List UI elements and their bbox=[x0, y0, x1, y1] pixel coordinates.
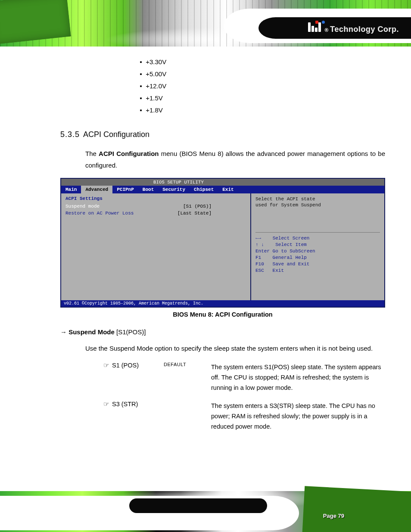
bios-body: ACPI Settings Suspend mode [S1 (POS)] Re… bbox=[61, 193, 384, 300]
setting-value: [S1 (POS)] bbox=[183, 203, 212, 210]
page-content: ▪ +3.30V ▪ +5.00V ▪ +12.0V ▪ +1.5V ▪ +1.… bbox=[60, 56, 385, 439]
voltage-item: ▪ +5.00V bbox=[138, 68, 385, 80]
section-heading: 5.3.5 ACPI Configuration bbox=[60, 130, 385, 139]
brand-logo: ® Technology Corp. bbox=[308, 21, 399, 34]
figure-reference: BIOS Menu 8 bbox=[181, 150, 221, 157]
footer-decorative-band bbox=[0, 491, 411, 532]
option-value-desc: The system enters a S3(STR) sleep state.… bbox=[211, 401, 385, 432]
bios-footer-bar: v02.61 ©Copyright 1985-2006, American Me… bbox=[61, 300, 384, 307]
intro-paragraph: The ACPI Configuration menu (BIOS Menu 8… bbox=[85, 148, 385, 171]
bios-menu-screenshot: BIOS SETUP UTILITY Main Advanced PCIPnP … bbox=[60, 178, 385, 308]
bios-tab-exit: Exit bbox=[218, 186, 238, 193]
option-value-desc: The system enters S1(POS) sleep state. T… bbox=[211, 362, 385, 393]
bios-tab-bar: Main Advanced PCIPnP Boot Security Chips… bbox=[61, 186, 384, 193]
header-pcb-graphic bbox=[0, 0, 71, 44]
bios-tab-security: Security bbox=[158, 186, 190, 193]
voltage-value: +5.00V bbox=[146, 70, 166, 78]
option-value-name: S3 (STR) bbox=[112, 401, 164, 408]
brand-name-text: Technology Corp. bbox=[330, 25, 399, 34]
registered-symbol: ® bbox=[324, 27, 328, 33]
bios-tab-main: Main bbox=[61, 186, 81, 193]
footer-dark-bar bbox=[129, 498, 267, 513]
setting-value: [Last State] bbox=[177, 210, 212, 217]
strong-text: Suspend Mode bbox=[109, 345, 153, 352]
voltage-value: +1.8V bbox=[146, 106, 163, 114]
divider bbox=[255, 232, 380, 233]
bios-help-text: Select the ACPI state used for System Su… bbox=[255, 196, 380, 230]
option-value-row: ☞ S1 (POS) DEFAULT The system enters S1(… bbox=[103, 362, 385, 393]
option-values-list: ☞ S1 (POS) DEFAULT The system enters S1(… bbox=[103, 362, 385, 432]
page-number: Page 79 bbox=[323, 513, 344, 519]
bullet-icon: ▪ bbox=[138, 80, 144, 92]
bios-copyright: v02.61 ©Copyright 1985-2006, American Me… bbox=[64, 301, 203, 306]
bios-tab-pcipnp: PCIPnP bbox=[112, 186, 138, 193]
bullet-icon: ▪ bbox=[138, 68, 144, 80]
footer-pcb-graphic bbox=[302, 486, 411, 532]
text: option to specify the sleep state the sy… bbox=[153, 345, 373, 352]
bios-title-bar: BIOS SETUP UTILITY bbox=[61, 179, 384, 186]
key-hint: ↑ ↓ Select Item bbox=[255, 242, 380, 248]
setting-label: Restore on AC Power Loss bbox=[65, 210, 134, 217]
bullet-icon: ▪ bbox=[138, 56, 144, 68]
bios-tab-chipset: Chipset bbox=[190, 186, 218, 193]
key-hint: Enter Go to SubScreen bbox=[255, 248, 380, 255]
iei-logo-icon bbox=[308, 21, 321, 32]
key-hint: F10 Save and Exit bbox=[255, 261, 380, 268]
text: The bbox=[85, 150, 99, 157]
option-default-bracket: [S1(POS)] bbox=[116, 328, 146, 336]
strong-text: ACPI Configuration bbox=[99, 150, 159, 157]
text: used for System Suspend bbox=[255, 202, 380, 208]
left-right-arrow-icon: ←→ bbox=[255, 236, 261, 241]
voltage-value: +3.30V bbox=[146, 58, 166, 65]
header-decorative-band: ® Technology Corp. bbox=[0, 0, 411, 47]
voltage-list: ▪ +3.30V ▪ +5.00V ▪ +12.0V ▪ +1.5V ▪ +1.… bbox=[138, 56, 385, 116]
section-title: ACPI Configuration bbox=[83, 130, 385, 139]
arrow-right-icon: → bbox=[60, 328, 68, 336]
bios-setting-row: Suspend mode [S1 (POS)] bbox=[65, 203, 246, 210]
key-hint: F1 General Help bbox=[255, 255, 380, 261]
voltage-value: +1.5V bbox=[146, 94, 163, 102]
voltage-item: ▪ +1.5V bbox=[138, 92, 385, 104]
bios-tab-boot: Boot bbox=[138, 186, 158, 193]
text: Use the bbox=[85, 345, 109, 352]
default-tag: DEFAULT bbox=[164, 362, 211, 367]
voltage-item: ▪ +12.0V bbox=[138, 80, 385, 92]
voltage-item: ▪ +1.8V bbox=[138, 104, 385, 116]
option-value-row: ☞ S3 (STR) The system enters a S3(STR) s… bbox=[103, 401, 385, 432]
text: Select Item bbox=[275, 242, 307, 247]
text: Select Screen bbox=[273, 236, 310, 241]
bios-title: BIOS SETUP UTILITY bbox=[153, 180, 204, 185]
bios-setting-row: Restore on AC Power Loss [Last State] bbox=[65, 210, 246, 217]
figure-caption: BIOS Menu 8: ACPI Configuration bbox=[60, 311, 385, 318]
option-name: Suspend Mode bbox=[68, 328, 116, 336]
text: Select the ACPI state bbox=[255, 196, 380, 202]
bios-help-pane: Select the ACPI state used for System Su… bbox=[250, 193, 384, 300]
bullet-icon: ▪ bbox=[138, 92, 144, 104]
bios-settings-pane: ACPI Settings Suspend mode [S1 (POS)] Re… bbox=[61, 193, 250, 300]
option-paragraph: Use the Suspend Mode option to specify t… bbox=[85, 342, 385, 354]
bios-tab-advanced: Advanced bbox=[81, 186, 112, 193]
up-down-arrow-icon: ↑ ↓ bbox=[255, 242, 264, 247]
hand-bullet-icon: ☞ bbox=[103, 401, 112, 408]
bios-pane-heading: ACPI Settings bbox=[65, 196, 246, 201]
key-hint: ESC Exit bbox=[255, 268, 380, 274]
key-hint: ←→ Select Screen bbox=[255, 235, 380, 242]
section-number: 5.3.5 bbox=[60, 130, 80, 139]
text: menu ( bbox=[159, 150, 181, 157]
bullet-icon: ▪ bbox=[138, 104, 144, 116]
option-heading: → Suspend Mode [S1(POS)] bbox=[60, 328, 385, 336]
voltage-value: +12.0V bbox=[146, 82, 166, 90]
voltage-item: ▪ +3.30V bbox=[138, 56, 385, 68]
hand-bullet-icon: ☞ bbox=[103, 362, 112, 369]
setting-label: Suspend mode bbox=[65, 203, 100, 210]
option-value-name: S1 (POS) bbox=[112, 362, 164, 369]
